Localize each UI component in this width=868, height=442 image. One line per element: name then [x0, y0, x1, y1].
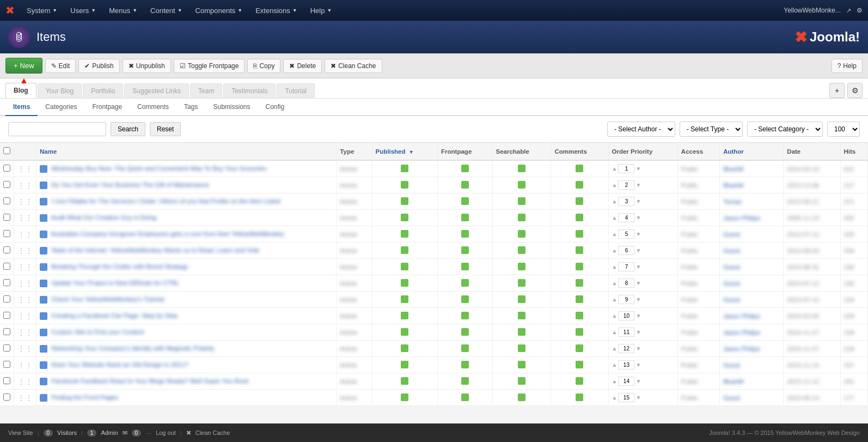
blog-tab-suggested-links[interactable]: Suggested Links	[124, 83, 189, 98]
order-input[interactable]	[618, 180, 634, 190]
drag-handle-icon[interactable]: ⋮⋮	[17, 197, 33, 206]
row-published[interactable]	[372, 210, 438, 226]
row-checkbox[interactable]	[0, 275, 14, 292]
order-input[interactable]	[618, 377, 634, 386]
row-checkbox[interactable]	[0, 324, 14, 341]
sub-tab-frontpage[interactable]: Frontpage	[84, 99, 130, 116]
comments-status-dot[interactable]	[576, 344, 583, 352]
order-input[interactable]	[618, 360, 634, 370]
drag-handle-icon[interactable]: ⋮⋮	[17, 377, 33, 386]
frontpage-status-dot[interactable]	[461, 165, 469, 172]
item-name-link[interactable]: Breaking Through the Clutter with Brand …	[51, 263, 188, 270]
order-down-icon[interactable]: ▼	[635, 280, 641, 286]
row-searchable[interactable]	[492, 357, 551, 373]
order-up-icon[interactable]: ▲	[612, 264, 618, 270]
delete-button[interactable]: ✖ Delete	[283, 59, 322, 73]
published-status-dot[interactable]	[401, 214, 408, 221]
row-comments[interactable]	[551, 390, 608, 406]
row-searchable[interactable]	[492, 193, 551, 210]
published-status-dot[interactable]	[401, 165, 408, 172]
row-checkbox[interactable]	[0, 390, 14, 406]
row-searchable[interactable]	[492, 177, 551, 193]
order-up-icon[interactable]: ▲	[612, 280, 618, 286]
order-down-icon[interactable]: ▼	[635, 313, 641, 319]
comments-status-dot[interactable]	[576, 263, 583, 270]
searchable-status-dot[interactable]	[518, 263, 525, 270]
item-name-link[interactable]: Creating a Facebook Fan Page: Step by St…	[51, 312, 178, 319]
frontpage-status-dot[interactable]	[461, 361, 469, 368]
type-select[interactable]: - Select Type -	[680, 122, 743, 137]
row-searchable[interactable]	[492, 292, 551, 308]
row-frontpage[interactable]	[438, 259, 492, 275]
row-searchable[interactable]	[492, 324, 551, 341]
row-comments[interactable]	[551, 226, 608, 243]
blog-tab-yourblog[interactable]: Your Blog	[38, 83, 82, 98]
row-frontpage[interactable]	[438, 210, 492, 226]
row-drag[interactable]: ⋮⋮	[14, 259, 36, 275]
published-status-dot[interactable]	[401, 312, 408, 319]
order-input[interactable]	[618, 164, 634, 173]
row-frontpage[interactable]	[438, 193, 492, 210]
row-comments[interactable]	[551, 177, 608, 193]
comments-status-dot[interactable]	[576, 361, 583, 368]
row-searchable[interactable]	[492, 308, 551, 324]
row-searchable[interactable]	[492, 259, 551, 275]
row-searchable[interactable]	[492, 210, 551, 226]
blog-tab-portfolio[interactable]: Portfolio	[83, 83, 123, 98]
row-searchable[interactable]	[492, 341, 551, 357]
order-input[interactable]	[618, 328, 634, 337]
row-searchable[interactable]	[492, 275, 551, 292]
item-name-link[interactable]: Australian Company Hungover Employees ge…	[51, 231, 284, 237]
order-up-icon[interactable]: ▲	[612, 395, 618, 401]
help-button[interactable]: ? Help	[832, 59, 863, 73]
order-input[interactable]	[618, 295, 634, 304]
row-searchable[interactable]	[492, 243, 551, 259]
row-drag[interactable]: ⋮⋮	[14, 341, 36, 357]
drag-handle-icon[interactable]: ⋮⋮	[17, 344, 33, 353]
nav-item-menus[interactable]: Menus ▼	[103, 0, 143, 21]
row-checkbox[interactable]	[0, 193, 14, 210]
sub-tab-comments[interactable]: Comments	[130, 99, 176, 116]
th-author[interactable]: Author	[720, 143, 784, 160]
row-published[interactable]	[372, 292, 438, 308]
order-up-icon[interactable]: ▲	[612, 182, 618, 188]
blog-tab-testimonials[interactable]: Testimonials	[223, 83, 276, 98]
row-published[interactable]	[372, 160, 438, 177]
row-checkbox[interactable]	[0, 373, 14, 390]
row-comments[interactable]	[551, 259, 608, 275]
row-drag[interactable]: ⋮⋮	[14, 226, 36, 243]
frontpage-status-dot[interactable]	[461, 328, 469, 336]
reset-button[interactable]: Reset	[150, 122, 181, 136]
row-comments[interactable]	[551, 308, 608, 324]
order-up-icon[interactable]: ▲	[612, 231, 618, 237]
item-name-link[interactable]: Do You Get Even Your Business The Gift o…	[51, 181, 209, 188]
item-name-link[interactable]: Networking Your Company's Identity with …	[51, 345, 214, 352]
row-searchable[interactable]	[492, 373, 551, 390]
order-down-icon[interactable]: ▼	[635, 247, 641, 253]
frontpage-status-dot[interactable]	[461, 246, 469, 254]
row-checkbox[interactable]	[0, 160, 14, 177]
item-name-link[interactable]: Audit What Our Creative Guy is Doing	[51, 214, 157, 221]
order-up-icon[interactable]: ▲	[612, 362, 618, 368]
frontpage-status-dot[interactable]	[461, 295, 469, 303]
item-name-link[interactable]: Custom Site to Find your Content	[51, 329, 144, 335]
row-published[interactable]	[372, 390, 438, 406]
published-status-dot[interactable]	[401, 263, 408, 270]
row-comments[interactable]	[551, 210, 608, 226]
order-input[interactable]	[618, 344, 634, 353]
order-input[interactable]	[618, 393, 634, 402]
order-input[interactable]	[618, 229, 634, 239]
row-comments[interactable]	[551, 292, 608, 308]
row-drag[interactable]: ⋮⋮	[14, 243, 36, 259]
author-select[interactable]: - Select Author -	[607, 122, 675, 137]
published-status-dot[interactable]	[401, 197, 408, 205]
row-searchable[interactable]	[492, 226, 551, 243]
item-name-link[interactable]: Update Your Project in New EBSuite for C…	[51, 280, 179, 286]
frontpage-status-dot[interactable]	[461, 181, 469, 189]
clean-cache-button[interactable]: ✖ Clean Cache	[325, 59, 382, 73]
row-drag[interactable]: ⋮⋮	[14, 390, 36, 406]
row-checkbox[interactable]	[0, 243, 14, 259]
drag-handle-icon[interactable]: ⋮⋮	[17, 246, 33, 255]
item-name-link[interactable]: Wednesday Buy Now: The Quick and Conveni…	[51, 165, 266, 172]
blog-tab-tutorial[interactable]: Tutorial	[277, 83, 315, 98]
